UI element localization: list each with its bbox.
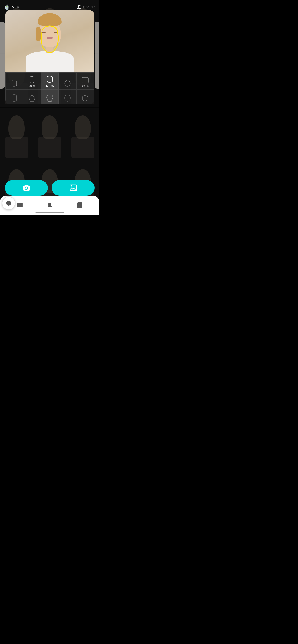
top-navigation: 🍵 ✕ ○ English [0,0,99,14]
face-shape-icon-2 [29,76,35,84]
home-indicator [35,212,64,213]
face-shape-icon-8 [46,95,53,102]
action-buttons-row [5,180,95,196]
face-shape-icon-6 [11,94,17,102]
face-shape-pct-5: 29 % [82,84,88,88]
face-portrait [5,10,94,72]
side-card-right [95,22,99,89]
cart-icon [77,202,83,208]
lens-icon [6,200,12,206]
nav-mail-button[interactable] [14,199,26,211]
face-photo-area [5,10,94,72]
face-shape-cell-1[interactable] [5,72,23,90]
face-shape-cell-10[interactable] [76,90,94,104]
face-shape-cell-7[interactable] [23,90,41,104]
svg-rect-2 [82,78,88,83]
circle-icon: ○ [17,5,19,9]
svg-point-3 [26,187,27,189]
face-shape-icon-4 [64,79,71,87]
camera-icon [23,184,30,192]
face-shape-cell-6[interactable] [5,90,23,104]
face-shape-icon-7 [28,95,36,102]
nav-left-icons: 🍵 ✕ ○ [4,4,19,10]
close-icon: ✕ [12,5,15,10]
face-shape-pct-3: 43 % [46,84,54,88]
face-shape-row-1: 28 % 43 % [5,72,94,90]
mail-icon [17,202,23,208]
gallery-icon [69,184,77,192]
face-shape-cell-2[interactable]: 28 % [23,72,41,90]
language-label: English [83,5,95,9]
svg-point-6 [71,186,72,187]
face-shape-icon-3 [46,76,54,83]
nav-cart-button[interactable] [74,199,85,211]
side-card-left [0,22,5,89]
cup-icon: 🍵 [4,4,10,10]
svg-point-12 [9,203,9,204]
face-shape-grid: 28 % 43 % [5,72,94,104]
face-shape-pct-2: 28 % [29,84,35,88]
face-shape-icon-1 [11,79,18,87]
svg-point-8 [49,203,51,205]
face-shape-icon-10 [82,95,89,102]
face-shape-cell-8[interactable] [41,90,59,104]
face-shape-cell-9[interactable] [59,90,76,104]
face-shape-cell-4[interactable] [59,72,76,90]
person-icon [47,202,53,208]
nav-person-button[interactable] [44,199,55,211]
fab-lens-button[interactable] [2,196,15,210]
face-analysis-card: 28 % 43 % [5,10,94,104]
gallery-button[interactable] [52,180,95,196]
face-shape-cell-5[interactable]: 29 % [76,72,94,90]
globe-icon [77,5,82,10]
face-shape-icon-5 [82,77,89,84]
face-shape-row-2 [5,90,94,104]
language-selector[interactable]: English [77,5,95,10]
camera-button[interactable] [5,180,48,196]
face-shape-icon-9 [64,95,71,102]
face-shape-cell-3-selected[interactable]: 43 % [41,72,59,90]
